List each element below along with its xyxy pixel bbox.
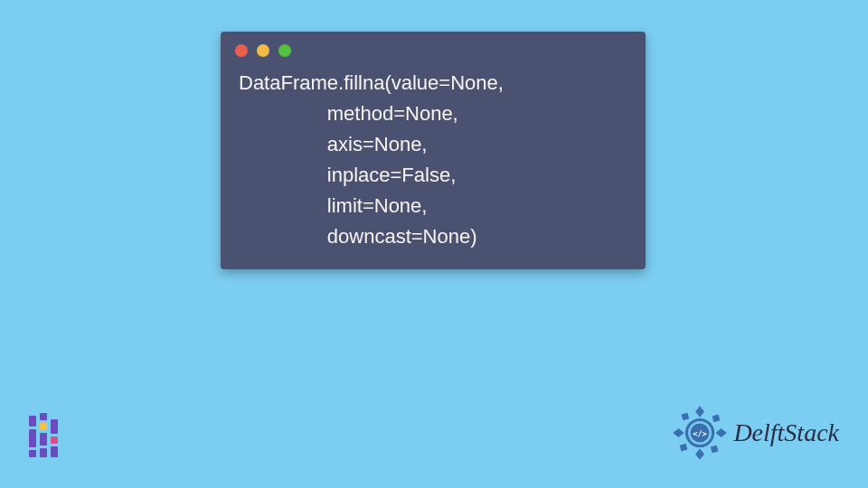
code-window: DataFrame.fillna(value=None, method=None… — [221, 32, 646, 269]
brand: </> DelftStack — [672, 405, 839, 461]
code-line: axis=None, — [239, 133, 427, 155]
window-titlebar — [221, 32, 646, 59]
svg-marker-3 — [716, 428, 727, 437]
svg-text:</>: </> — [693, 429, 708, 438]
svg-marker-7 — [711, 446, 719, 454]
code-line: inplace=False, — [239, 164, 456, 186]
brand-name: DelftStack — [733, 418, 839, 447]
code-line: downcast=None) — [239, 225, 477, 248]
minimize-dot-icon — [257, 44, 269, 57]
code-line: method=None, — [239, 102, 458, 125]
svg-marker-6 — [680, 444, 688, 452]
maximize-dot-icon — [278, 44, 291, 57]
svg-marker-4 — [682, 413, 690, 421]
brand-badge-icon: </> — [672, 405, 728, 461]
svg-marker-5 — [712, 415, 721, 423]
code-block: DataFrame.fillna(value=None, method=None… — [221, 59, 646, 269]
code-line: limit=None, — [239, 194, 427, 217]
svg-marker-2 — [674, 428, 684, 437]
svg-marker-0 — [695, 406, 704, 417]
svg-marker-1 — [695, 448, 704, 459]
logo-bars-icon — [29, 412, 58, 457]
code-line: DataFrame.fillna(value=None, — [239, 71, 504, 94]
close-dot-icon — [235, 44, 248, 57]
